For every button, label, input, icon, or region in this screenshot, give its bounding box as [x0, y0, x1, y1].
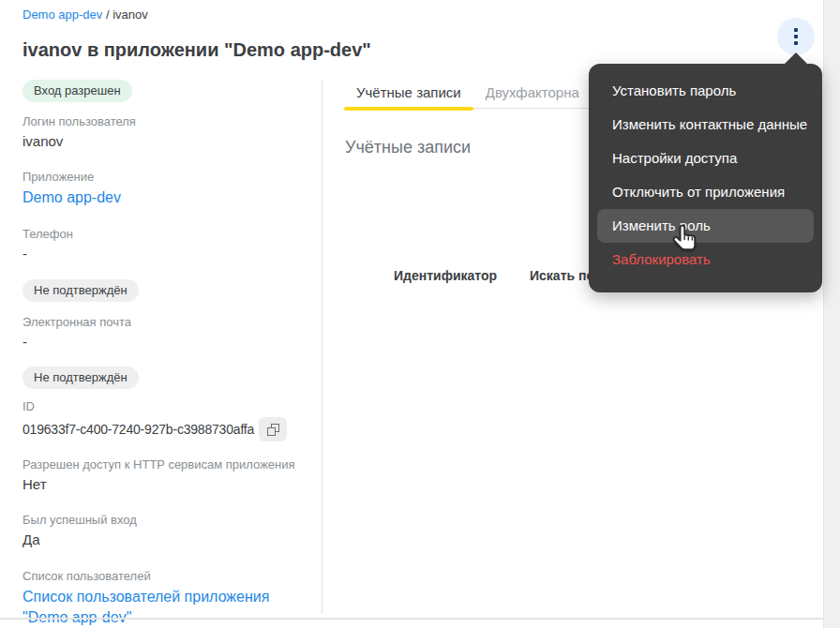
user-list-link[interactable]: Список пользователей приложения "Demo ap… [22, 587, 294, 628]
field-login: Логин пользователя ivanov [22, 114, 304, 151]
field-login-label: Логин пользователя [22, 114, 304, 129]
kebab-dot-icon [794, 28, 798, 32]
menu-item-access-settings[interactable]: Настройки доступа [597, 142, 814, 175]
field-login-value: ivanov [22, 132, 304, 151]
menu-item-edit-contacts[interactable]: Изменить контактные данные [597, 108, 814, 142]
table-column-identifier: Идентификатор [394, 268, 497, 283]
page-title: ivanov в приложении "Demo app-dev" [22, 38, 371, 61]
field-id-label: ID [22, 399, 304, 414]
menu-item-disconnect-app[interactable]: Отключить от приложения [597, 175, 814, 209]
field-successful-login-value: Да [22, 531, 304, 549]
field-email-label: Электронная почта [22, 315, 304, 330]
accounts-section-heading: Учётные записи [345, 138, 471, 157]
kebab-dot-icon [794, 41, 798, 45]
breadcrumb-app-link[interactable]: Demo app-dev [22, 7, 102, 22]
breadcrumb: Demo app-dev / ivanov [22, 7, 148, 22]
field-user-list-label: Список пользователей [22, 569, 304, 584]
kebab-menu-button[interactable] [777, 18, 815, 55]
field-successful-login: Был успешный вход Да [22, 513, 304, 549]
kebab-dot-icon [794, 35, 798, 38]
field-phone-label: Телефон [22, 227, 304, 242]
menu-item-block[interactable]: Заблокировать [597, 243, 814, 277]
card-bottom-border [0, 618, 823, 620]
scrollbar-track[interactable] [823, 0, 840, 628]
user-id-value: 019633f7-c400-7240-927b-c3988730affa [22, 422, 254, 437]
field-phone-value: - [22, 245, 304, 263]
field-id: ID 019633f7-c400-7240-927b-c3988730affa [22, 399, 304, 441]
field-email: Электронная почта - [22, 315, 304, 351]
application-link[interactable]: Demo app-dev [22, 187, 304, 208]
user-details-sidebar: Вход разрешен Логин пользователя ivanov … [22, 80, 304, 628]
field-application: Приложение Demo app-dev [22, 170, 304, 208]
field-application-label: Приложение [22, 170, 304, 185]
field-http-access-value: Нет [22, 475, 304, 494]
copy-id-button[interactable] [259, 417, 287, 441]
copy-icon [267, 424, 279, 436]
email-unconfirmed-badge: Не подтверждён [22, 366, 139, 389]
tab-accounts[interactable]: Учётные записи [344, 81, 473, 108]
phone-unconfirmed-badge: Не подтверждён [22, 279, 139, 302]
field-http-access-label: Разрешен доступ к HTTP сервисам приложен… [22, 457, 304, 472]
field-successful-login-label: Был успешный вход [22, 513, 304, 528]
field-email-value: - [22, 333, 304, 351]
tab-two-factor[interactable]: Двухфакторна [473, 81, 592, 108]
table-column-search: Искать по [530, 268, 594, 283]
sidebar-divider [322, 80, 322, 614]
context-menu: Установить пароль Изменить контактные да… [589, 64, 822, 292]
breadcrumb-current: ivanov [112, 7, 148, 22]
field-phone: Телефон - [22, 227, 304, 263]
field-http-access: Разрешен доступ к HTTP сервисам приложен… [22, 457, 304, 494]
menu-item-set-password[interactable]: Установить пароль [597, 74, 814, 108]
login-allowed-badge: Вход разрешен [22, 80, 132, 102]
breadcrumb-separator: / [102, 7, 112, 22]
menu-item-change-role[interactable]: Изменить роль [597, 209, 814, 243]
